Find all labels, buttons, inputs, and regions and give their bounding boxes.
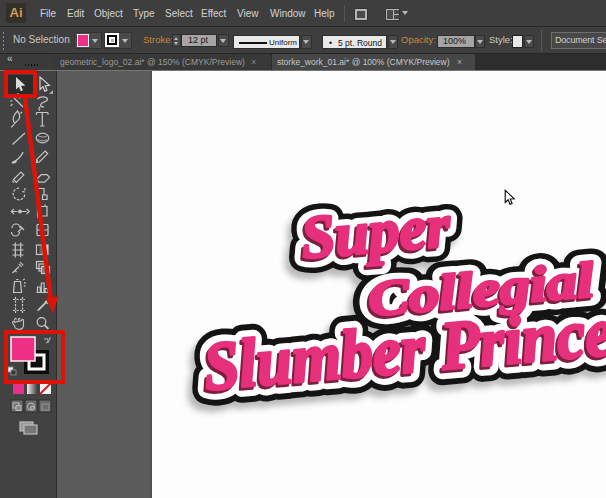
svg-text:Super: Super bbox=[298, 191, 454, 271]
